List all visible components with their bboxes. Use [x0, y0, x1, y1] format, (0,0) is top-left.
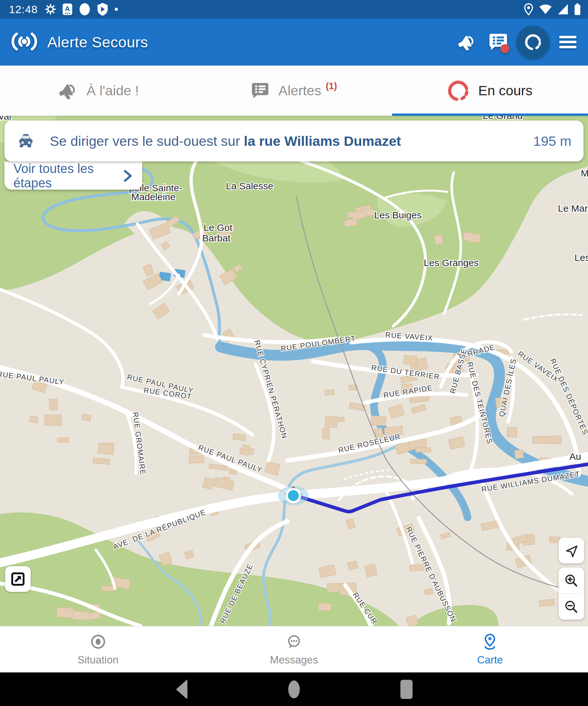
map-building [415, 447, 431, 452]
home-circle-icon [287, 679, 301, 700]
alerte-secours-logo [11, 31, 38, 53]
map-building [325, 389, 334, 395]
car-icon [16, 132, 35, 150]
open-in-new-icon [10, 572, 25, 586]
map-building [71, 611, 89, 620]
current-location-marker [278, 486, 309, 505]
map-place-label: La Salesse [226, 181, 273, 191]
map-building [325, 416, 338, 428]
navigation-instruction-card[interactable]: Se diriger vers le sud-ouest sur la rue … [4, 121, 584, 161]
navigation-arrow-icon [564, 543, 579, 558]
zoom-in-button[interactable] [558, 567, 584, 593]
nav-item-situation[interactable]: Situation [0, 626, 196, 673]
messages-button[interactable] [485, 26, 512, 59]
map-building [97, 443, 114, 455]
loader-icon [523, 33, 543, 52]
bottom-nav: Situation Messages Carte [0, 626, 588, 673]
map-place-label: Les [575, 252, 588, 263]
map-place-label: Le Got [204, 222, 233, 233]
android-navigation-bar [0, 672, 588, 706]
signal-icon [557, 3, 569, 15]
alert-count-badge: (1) [326, 81, 337, 91]
android-recents-button[interactable] [394, 676, 419, 702]
megaphone-icon [456, 32, 476, 52]
map-place-label: Le Grand [482, 116, 522, 121]
zoom-out-button[interactable] [558, 594, 584, 620]
situation-target-icon [90, 633, 107, 650]
map-building [533, 436, 549, 444]
distance-value: 195 m [533, 133, 572, 149]
page-title: Alerte Secours [47, 33, 148, 51]
map-place-label: Les Buiges [374, 210, 421, 220]
ongoing-loader-button[interactable] [516, 26, 550, 59]
android-home-button[interactable] [281, 676, 307, 702]
status-bar: 12:48 A [0, 0, 588, 18]
map-building [56, 607, 74, 618]
shield-play-icon [96, 3, 109, 16]
map-place-label: Barbat [202, 233, 231, 243]
dot-notification-icon [114, 7, 118, 11]
gear-icon [45, 3, 56, 15]
android-back-button[interactable] [169, 676, 194, 702]
map-building [44, 415, 62, 426]
translate-app-icon: A [62, 3, 73, 16]
menu-button[interactable] [554, 26, 582, 59]
map-building [318, 603, 332, 611]
all-steps-button[interactable]: Voir toutes les étapes [4, 161, 142, 190]
map-building [30, 416, 38, 423]
megaphone-button[interactable] [453, 26, 480, 59]
map-building [323, 428, 330, 439]
map-building [434, 234, 444, 245]
chat-list-icon [251, 82, 269, 100]
zoom-controls [558, 567, 584, 620]
map-building [514, 449, 524, 459]
hamburger-icon [558, 34, 577, 50]
map-building [189, 455, 204, 463]
map-building [49, 399, 57, 410]
map-place-label: Le Marc [558, 203, 588, 213]
zoom-out-icon [564, 599, 579, 615]
location-status-icon [523, 3, 534, 16]
map-building [57, 437, 69, 442]
tab-en-cours[interactable]: En cours [392, 66, 588, 116]
tab-alertes[interactable]: Alertes (1) [196, 66, 392, 116]
clock: 12:48 [9, 3, 38, 16]
loader-icon [448, 80, 469, 102]
map-building [549, 436, 562, 444]
chevron-right-icon [122, 169, 133, 182]
map-place-label: Les Granges [424, 258, 479, 268]
map-pin-icon [481, 633, 498, 650]
map-building [410, 459, 427, 464]
svg-text:A: A [65, 5, 70, 13]
nav-item-messages[interactable]: Messages [196, 626, 392, 673]
map-building [404, 355, 417, 365]
map-building [371, 416, 386, 426]
back-triangle-icon [174, 679, 188, 700]
map-place-label: M [581, 168, 588, 179]
map-place-label: Madeleine [131, 192, 175, 202]
messages-bubble-icon [286, 633, 302, 650]
map-place-label: Au [570, 451, 581, 462]
tab-bar: À l'aide ! Alertes (1) En cours [0, 66, 588, 116]
wifi-icon [539, 3, 552, 15]
map-building [507, 427, 517, 437]
tab-a-laide[interactable]: À l'aide ! [0, 66, 196, 116]
circle-notification-icon [79, 3, 91, 16]
instruction-text: Se diriger vers le sud-ouest sur la rue … [50, 133, 401, 149]
recents-square-icon [400, 679, 414, 700]
nav-item-carte[interactable]: Carte [392, 626, 588, 673]
map-building [539, 599, 555, 607]
app-bar: Alerte Secours [0, 18, 588, 66]
compass-button[interactable] [558, 538, 584, 563]
zoom-in-icon [564, 573, 579, 588]
loader-circle [516, 26, 550, 59]
unread-badge [500, 44, 509, 53]
open-external-button[interactable] [5, 566, 31, 592]
map-building [347, 212, 367, 218]
battery-icon [574, 3, 581, 16]
active-tab-indicator [392, 114, 588, 116]
map-building [463, 232, 474, 242]
map-building [365, 564, 377, 577]
map[interactable]: valLe GrandMLa Salessepelle Sainte-Madel… [0, 116, 588, 626]
megaphone-icon [57, 81, 78, 101]
